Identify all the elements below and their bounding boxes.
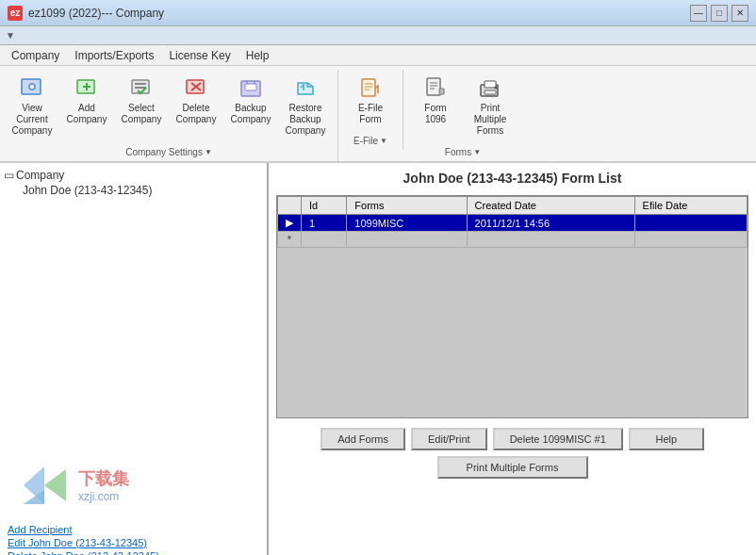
- minimize-button[interactable]: —: [690, 5, 707, 22]
- tree-collapse-icon: ▭: [4, 169, 14, 182]
- backup-company-label: BackupCompany: [231, 103, 271, 125]
- delete-john-doe-link[interactable]: Delete John Doe (213-43-12345): [8, 550, 159, 555]
- cell-new-id: [302, 232, 347, 248]
- print-multiple-forms-bottom-button[interactable]: Print Multiple Forms: [437, 456, 588, 479]
- forms-label: Forms ▼: [409, 145, 517, 161]
- watermark: 下载集 xzji.com: [19, 462, 129, 509]
- watermark-chinese-text: 下载集: [78, 467, 129, 490]
- forms-section: Form1096 PrintMultipleForms Form: [403, 70, 522, 161]
- col-created-date: Created Date: [467, 197, 634, 215]
- efile-form-label: E-FileForm: [358, 103, 383, 125]
- bottom-buttons-row1: Add Forms Edit/Print Delete 1099MISC #1 …: [276, 428, 748, 450]
- menu-company[interactable]: Company: [4, 47, 67, 64]
- tree-child-label: John Doe (213-43-12345): [23, 184, 152, 197]
- row-indicator-selected: ▶: [278, 215, 302, 232]
- toolbar: ViewCurrentCompany AddCompany: [0, 66, 756, 163]
- form1096-icon: [422, 74, 449, 101]
- col-efile-date: Efile Date: [634, 197, 747, 215]
- col-id: Id: [302, 197, 347, 215]
- cell-created-date: 2011/12/1 14:56: [467, 215, 634, 232]
- restore-icon: [292, 74, 319, 101]
- svg-rect-16: [362, 79, 375, 96]
- add-company-label: AddCompany: [67, 103, 107, 125]
- watermark-site-text: xzji.com: [78, 490, 129, 503]
- svg-rect-13: [245, 84, 256, 90]
- form-list-table-wrapper: Id Forms Created Date Efile Date ▶ 1 109…: [276, 195, 748, 418]
- view-current-company-button[interactable]: ViewCurrentCompany: [6, 70, 58, 141]
- efile-icon: [357, 74, 384, 101]
- col-indicator: [278, 197, 302, 215]
- svg-rect-27: [485, 90, 496, 94]
- cell-new-created-date: [467, 232, 634, 248]
- view-icon: [19, 74, 45, 101]
- app-icon: ez: [8, 6, 23, 21]
- forms-expand[interactable]: ▼: [473, 148, 481, 156]
- window-title: ez1099 (2022)--- Company: [28, 7, 690, 20]
- select-company-button[interactable]: SelectCompany: [115, 70, 168, 141]
- backup-company-button[interactable]: BackupCompany: [224, 70, 277, 141]
- menubar: Company Imports/Exports License Key Help: [0, 45, 756, 66]
- delete-company-button[interactable]: DeleteCompany: [170, 70, 222, 141]
- select-company-label: SelectCompany: [122, 103, 162, 125]
- restore-backup-company-label: RestoreBackupCompany: [286, 103, 326, 137]
- svg-point-28: [495, 87, 498, 90]
- svg-rect-20: [427, 78, 440, 95]
- view-current-company-label: ViewCurrentCompany: [12, 103, 53, 137]
- select-icon: [128, 74, 155, 101]
- close-button[interactable]: ✕: [731, 5, 748, 22]
- svg-rect-26: [485, 81, 496, 88]
- table-new-row[interactable]: *: [278, 232, 748, 248]
- maximize-button[interactable]: □: [711, 5, 728, 22]
- add-recipient-link[interactable]: Add Recipient: [8, 524, 159, 535]
- window-controls: — □ ✕: [690, 5, 748, 22]
- add-forms-button[interactable]: Add Forms: [320, 428, 405, 450]
- table-row[interactable]: ▶ 1 1099MISC 2011/12/1 14:56: [278, 215, 748, 232]
- watermark-svg-icon: [19, 462, 71, 509]
- efile-form-button[interactable]: E-FileForm: [344, 70, 397, 130]
- menu-license-key[interactable]: License Key: [161, 47, 238, 64]
- svg-point-2: [30, 85, 34, 89]
- print-multiple-forms-button[interactable]: PrintMultipleForms: [464, 70, 517, 141]
- tree-child-item[interactable]: John Doe (213-43-12345): [4, 184, 263, 197]
- form-1096-label: Form1096: [424, 103, 446, 125]
- efile-expand[interactable]: ▼: [380, 137, 387, 145]
- watermark-text-block: 下载集 xzji.com: [78, 467, 129, 503]
- form-list-table: Id Forms Created Date Efile Date ▶ 1 109…: [277, 196, 748, 417]
- tree-root[interactable]: ▭ Company: [4, 167, 263, 184]
- cell-efile-date: [634, 215, 747, 232]
- company-settings-label: Company Settings ▼: [6, 145, 332, 161]
- forms-buttons: Form1096 PrintMultipleForms: [409, 70, 517, 145]
- col-forms: Forms: [347, 197, 467, 215]
- edit-john-doe-link[interactable]: Edit John Doe (213-43-12345): [8, 537, 159, 548]
- row-indicator-new: *: [278, 232, 302, 248]
- add-icon: [74, 74, 100, 101]
- company-buttons: ViewCurrentCompany AddCompany: [6, 70, 332, 145]
- print-multiple-forms-label: PrintMultipleForms: [474, 103, 506, 137]
- table-filler-row: [278, 248, 748, 417]
- delete-1099misc-button[interactable]: Delete 1099MISC #1: [493, 428, 623, 450]
- company-settings-expand[interactable]: ▼: [205, 148, 212, 156]
- quick-access-arrow[interactable]: ▼: [4, 28, 17, 42]
- cell-new-forms: [347, 232, 467, 248]
- svg-rect-7: [135, 83, 146, 85]
- edit-print-button[interactable]: Edit/Print: [411, 428, 487, 450]
- right-panel: John Doe (213-43-12345) Form List Id For…: [269, 163, 756, 555]
- bottom-buttons-row2: Print Multiple Forms: [276, 456, 748, 479]
- titlebar: ez ez1099 (2022)--- Company — □ ✕: [0, 0, 756, 26]
- svg-rect-24: [439, 89, 444, 94]
- print-multiple-icon: [477, 74, 503, 101]
- links-section: Add Recipient Edit John Doe (213-43-1234…: [8, 524, 159, 555]
- menu-imports-exports[interactable]: Imports/Exports: [67, 47, 161, 64]
- form-1096-button[interactable]: Form1096: [409, 70, 462, 141]
- cell-id: 1: [302, 215, 347, 232]
- main-content: ▭ Company John Doe (213-43-12345) 下载集 xz…: [0, 163, 756, 555]
- cell-forms: 1099MISC: [347, 215, 467, 232]
- efile-buttons: E-FileForm: [344, 70, 397, 134]
- left-panel: ▭ Company John Doe (213-43-12345) 下载集 xz…: [0, 163, 269, 555]
- add-company-button[interactable]: AddCompany: [60, 70, 113, 141]
- restore-backup-company-button[interactable]: RestoreBackupCompany: [279, 70, 332, 141]
- company-settings-section: ViewCurrentCompany AddCompany: [0, 70, 338, 161]
- help-button[interactable]: Help: [629, 428, 704, 450]
- menu-help[interactable]: Help: [238, 47, 277, 64]
- backup-icon: [238, 74, 264, 101]
